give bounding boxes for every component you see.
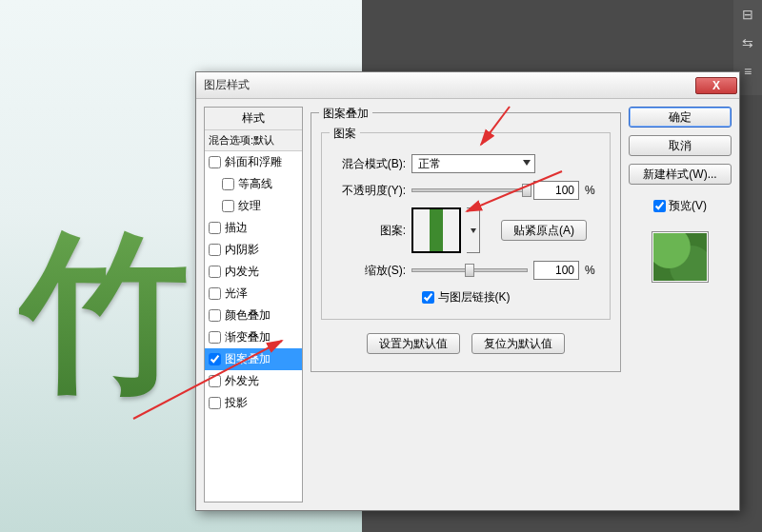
style-row-9[interactable]: 图案叠加 <box>205 348 302 370</box>
link-layer-row: 与图层链接(K) <box>331 289 600 305</box>
style-row-3[interactable]: 描边 <box>205 217 302 239</box>
blend-mode-select[interactable]: 正常 <box>411 154 535 173</box>
opacity-slider[interactable] <box>411 188 528 192</box>
styles-list: 样式 混合选项:默认 斜面和浮雕等高线纹理描边内阴影内发光光泽颜色叠加渐变叠加图… <box>204 107 303 502</box>
style-row-5[interactable]: 内发光 <box>205 261 302 283</box>
chevron-down-icon <box>523 160 531 166</box>
style-label: 投影 <box>225 395 248 411</box>
style-checkbox[interactable] <box>222 178 234 190</box>
group-legend: 图案叠加 <box>319 106 372 122</box>
percent-label-2: % <box>585 264 600 277</box>
blend-mode-value: 正常 <box>418 156 441 172</box>
cancel-button[interactable]: 取消 <box>629 135 732 156</box>
opacity-slider-thumb[interactable] <box>522 184 531 197</box>
opacity-input[interactable] <box>533 181 579 200</box>
style-row-7[interactable]: 颜色叠加 <box>205 305 302 326</box>
style-row-2[interactable]: 纹理 <box>205 195 302 217</box>
style-label: 内发光 <box>225 264 259 280</box>
style-label: 外发光 <box>225 373 259 389</box>
reset-default-label: 复位为默认值 <box>484 336 552 352</box>
tool-icon-1[interactable]: ⊟ <box>733 0 762 29</box>
tool-icon-2[interactable]: ⇆ <box>733 29 762 57</box>
preview-label: 预览(V) <box>669 198 707 214</box>
inner-legend: 图案 <box>330 126 360 142</box>
cancel-label: 取消 <box>669 138 692 154</box>
style-row-4[interactable]: 内阴影 <box>205 239 302 261</box>
pattern-inner-group: 图案 混合模式(B): 正常 不透明度(Y): <box>321 132 611 320</box>
style-checkbox[interactable] <box>209 353 221 365</box>
new-style-label: 新建样式(W)... <box>643 167 716 183</box>
style-label: 渐变叠加 <box>225 329 271 345</box>
style-checkbox[interactable] <box>209 244 221 256</box>
bamboo-character: 竹 <box>19 200 190 430</box>
pattern-overlay-group: 图案叠加 图案 混合模式(B): 正常 不透明度(Y): <box>311 112 621 372</box>
style-row-0[interactable]: 斜面和浮雕 <box>205 151 302 173</box>
style-checkbox[interactable] <box>209 397 221 409</box>
style-label: 内阴影 <box>225 242 259 258</box>
scale-row: 缩放(S): % <box>331 261 600 280</box>
close-icon: X <box>712 79 720 92</box>
style-checkbox[interactable] <box>209 287 221 300</box>
style-label: 图案叠加 <box>225 351 271 367</box>
style-checkbox[interactable] <box>209 156 221 168</box>
opacity-label: 不透明度(Y): <box>331 183 406 199</box>
style-label: 描边 <box>225 220 248 236</box>
styles-header[interactable]: 样式 <box>205 108 302 130</box>
dialog-titlebar[interactable]: 图层样式 X <box>196 72 739 99</box>
pattern-row: 图案: 贴紧原点(A) <box>331 207 600 253</box>
preview-checkbox[interactable] <box>653 200 666 212</box>
opacity-row: 不透明度(Y): % <box>331 181 600 200</box>
ok-button[interactable]: 确定 <box>629 107 732 128</box>
pattern-label: 图案: <box>331 223 406 239</box>
style-checkbox[interactable] <box>209 309 221 322</box>
snap-origin-button[interactable]: 贴紧原点(A) <box>501 220 587 241</box>
new-style-button[interactable]: 新建样式(W)... <box>629 164 732 185</box>
pattern-dropdown[interactable] <box>467 207 480 253</box>
layer-style-dialog: 图层样式 X 样式 混合选项:默认 斜面和浮雕等高线纹理描边内阴影内发光光泽颜色… <box>195 71 740 511</box>
style-checkbox[interactable] <box>209 266 221 278</box>
chevron-down-icon <box>471 228 476 233</box>
link-layer-label: 与图层链接(K) <box>438 289 511 305</box>
scale-slider-thumb[interactable] <box>465 264 474 277</box>
style-row-10[interactable]: 外发光 <box>205 370 302 392</box>
style-label: 颜色叠加 <box>225 307 271 324</box>
blend-mode-label: 混合模式(B): <box>331 156 406 172</box>
style-checkbox[interactable] <box>222 200 234 212</box>
style-row-1[interactable]: 等高线 <box>205 173 302 195</box>
default-buttons-row: 设置为默认值 复位为默认值 <box>321 333 611 354</box>
style-row-8[interactable]: 渐变叠加 <box>205 326 302 348</box>
style-row-6[interactable]: 光泽 <box>205 283 302 305</box>
style-label: 纹理 <box>238 198 261 214</box>
dialog-title: 图层样式 <box>204 77 695 93</box>
percent-label: % <box>585 184 600 197</box>
blend-mode-row: 混合模式(B): 正常 <box>331 154 600 173</box>
scale-input[interactable] <box>533 261 579 280</box>
style-label: 斜面和浮雕 <box>225 154 282 170</box>
style-checkbox[interactable] <box>209 331 221 344</box>
reset-default-button[interactable]: 复位为默认值 <box>471 333 565 354</box>
link-layer-checkbox[interactable] <box>422 291 434 304</box>
close-button[interactable]: X <box>695 77 737 94</box>
style-label: 等高线 <box>238 176 272 192</box>
preview-swatch <box>652 231 709 283</box>
pattern-swatch[interactable] <box>411 207 461 253</box>
scale-label: 缩放(S): <box>331 263 406 279</box>
set-default-label: 设置为默认值 <box>379 336 448 352</box>
right-panel: 确定 取消 新建样式(W)... 预览(V) <box>629 107 732 502</box>
preview-row: 预览(V) <box>629 198 732 214</box>
ok-label: 确定 <box>669 109 692 126</box>
style-label: 光泽 <box>225 286 248 302</box>
scale-slider[interactable] <box>411 268 528 272</box>
style-checkbox[interactable] <box>209 375 221 387</box>
style-checkbox[interactable] <box>209 222 221 234</box>
style-row-11[interactable]: 投影 <box>205 392 302 414</box>
snap-origin-label: 贴紧原点(A) <box>513 223 574 239</box>
center-panel: 图案叠加 图案 混合模式(B): 正常 不透明度(Y): <box>311 107 621 502</box>
set-default-button[interactable]: 设置为默认值 <box>367 333 460 354</box>
blend-options-row[interactable]: 混合选项:默认 <box>205 130 302 151</box>
